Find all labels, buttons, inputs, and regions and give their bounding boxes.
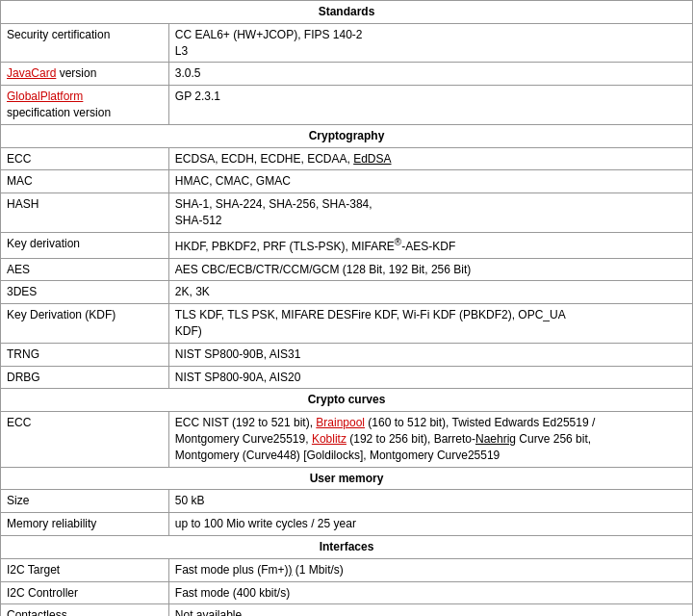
row-label: ECC <box>1 412 169 467</box>
row-value: 2K, 3K <box>168 281 692 304</box>
row-value: Not available <box>168 604 692 616</box>
row-label: Key Derivation (KDF) <box>1 304 169 344</box>
row-value: Fast mode (400 kbit/s) <box>168 581 692 604</box>
row-value: 3.0.5 <box>168 63 692 86</box>
row-value: SHA-1, SHA-224, SHA-256, SHA-384,SHA-512 <box>168 193 692 233</box>
row-label: Size <box>1 490 169 513</box>
row-value: ECDSA, ECDH, ECDHE, ECDAA, EdDSA <box>168 147 692 170</box>
row-label: HASH <box>1 193 169 233</box>
row-value: HKDF, PBKDF2, PRF (TLS-PSK), MIFARE®-AES… <box>168 232 692 258</box>
row-label: Memory reliability <box>1 513 169 536</box>
row-value: HMAC, CMAC, GMAC <box>168 170 692 193</box>
row-label: ECC <box>1 147 169 170</box>
row-value: TLS KDF, TLS PSK, MIFARE DESFire KDF, Wi… <box>168 304 692 344</box>
row-label: Key derivation <box>1 232 169 258</box>
row-value: ECC NIST (192 to 521 bit), Brainpool (16… <box>168 412 692 467</box>
row-label: AES <box>1 258 169 281</box>
row-label: Contactless <box>1 604 169 616</box>
row-value: up to 100 Mio write cycles / 25 year <box>168 513 692 536</box>
row-value: CC EAL6+ (HW+JCOP), FIPS 140-2L3 <box>168 23 692 63</box>
row-value: 50 kB <box>168 490 692 513</box>
row-label: DRBG <box>1 366 169 389</box>
section-header: Standards <box>1 1 693 24</box>
row-label: TRNG <box>1 343 169 366</box>
row-label: MAC <box>1 170 169 193</box>
row-label: I2C Controller <box>1 581 169 604</box>
row-value: AES CBC/ECB/CTR/CCM/GCM (128 Bit, 192 Bi… <box>168 258 692 281</box>
row-value: GP 2.3.1 <box>168 86 692 125</box>
row-label: 3DES <box>1 281 169 304</box>
row-label: I2C Target <box>1 558 169 581</box>
row-label: JavaCard version <box>1 63 169 86</box>
section-header: User memory <box>1 467 693 490</box>
row-value: NIST SP800-90A, AIS20 <box>168 366 692 389</box>
section-header: Crypto curves <box>1 389 693 412</box>
section-header: Interfaces <box>1 535 693 558</box>
row-label: GlobalPlatformspecification version <box>1 86 169 125</box>
row-label: Security certification <box>1 23 169 63</box>
row-value: Fast mode plus (Fm+)) (1 Mbit/s) <box>168 558 692 581</box>
specs-table: StandardsSecurity certificationCC EAL6+ … <box>0 0 693 616</box>
section-header: Cryptography <box>1 124 693 147</box>
row-value: NIST SP800-90B, AIS31 <box>168 343 692 366</box>
